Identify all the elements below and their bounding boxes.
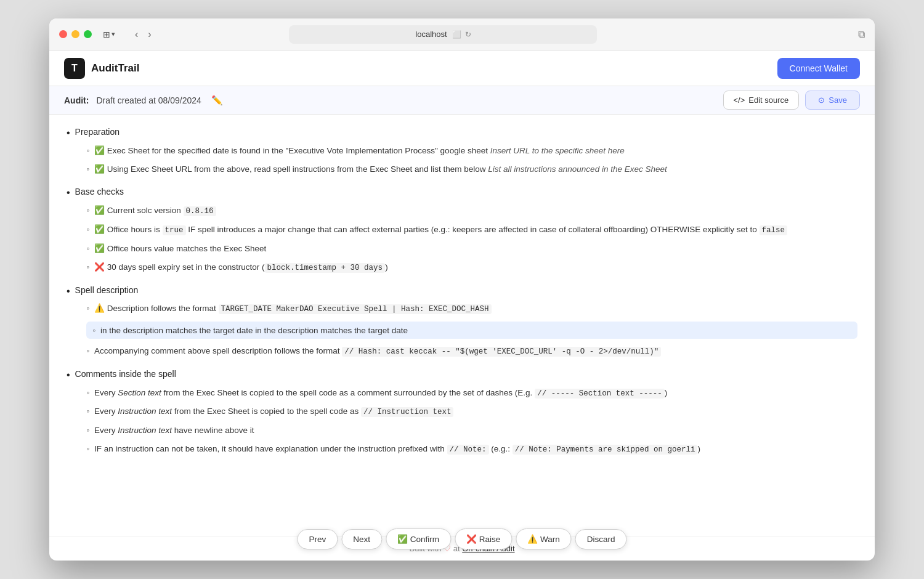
app-header: T AuditTrail Connect Wallet [49,51,875,86]
list-item: ✅ Office hours value matches the Exec Sh… [86,243,857,255]
traffic-lights [59,30,92,38]
list-item: ✅ Office hours is true IF spell introduc… [86,224,857,237]
main-content: Preparation ✅ Exec Sheet for the specifi… [49,115,875,536]
section-base-checks: Base checks ✅ Current solc version 0.8.1… [67,187,857,273]
spell-description-list: ⚠️ Description follows the format TARGET… [86,302,857,315]
address-bar[interactable]: localhost ⬜ ↻ [289,25,597,44]
list-item: ❌ 30 days spell expiry set in the constr… [86,261,857,274]
save-circle-icon: ⊙ [818,95,825,105]
minimize-traffic-light[interactable] [71,30,79,38]
preparation-list: ✅ Exec Sheet for the specified date is f… [86,145,857,176]
next-button[interactable]: Next [341,529,382,549]
list-item: Every Instruction text have newline abov… [86,424,857,437]
back-button[interactable]: ‹ [131,26,142,43]
logo-area: T AuditTrail [64,58,139,79]
footer-toolbar: Prev Next ✅ Confirm ❌ Raise ⚠️ Warn Disc… [297,528,626,549]
spell-description-extra-list: Accompanying comment above spell descrip… [86,345,857,358]
list-item: ✅ Using Exec Sheet URL from the above, r… [86,163,857,176]
close-traffic-light[interactable] [59,30,67,38]
sidebar-icon: ⊞ [103,30,110,39]
audit-label: Audit: [64,95,89,105]
audit-bar-actions: </> Edit source ⊙ Save [723,91,860,110]
refresh-icon: ↻ [465,30,471,39]
save-button[interactable]: ⊙ Save [805,91,860,110]
window-copy-icon: ⧉ [858,29,865,40]
list-item: Every Instruction text from the Exec She… [86,405,857,418]
section-title-spell-description: Spell description [67,285,857,298]
nav-controls: ‹ › [131,26,155,43]
logo-letter: T [71,63,78,74]
code-icon: </> [734,95,745,105]
section-preparation: Preparation ✅ Exec Sheet for the specifi… [67,127,857,176]
fullscreen-traffic-light[interactable] [84,30,92,38]
section-title-base-checks: Base checks [67,187,857,200]
audit-draft-text: Draft created at 08/09/2024 [96,95,201,105]
address-bar-icons: ⬜ ↻ [452,30,471,39]
share-icon: ⬜ [452,30,461,39]
connect-wallet-button[interactable]: Connect Wallet [777,58,860,79]
list-item: IF an instruction can not be taken, it s… [86,443,857,456]
base-checks-list: ✅ Current solc version 0.8.16 ✅ Office h… [86,204,857,274]
list-item: ✅ Current solc version 0.8.16 [86,204,857,217]
warn-button[interactable]: ⚠️ Warn [516,528,572,549]
audit-bar: Audit: Draft created at 08/09/2024 ✏️ </… [49,86,875,115]
list-item: Every Section text from the Exec Sheet i… [86,387,857,400]
sidebar-toggle-button[interactable]: ⊞ ▾ [99,27,119,42]
section-title-comments: Comments inside the spell [67,369,857,382]
sidebar-chevron-icon: ▾ [111,30,115,38]
list-item: ⚠️ Description follows the format TARGET… [86,302,857,315]
comments-list: Every Section text from the Exec Sheet i… [86,387,857,456]
highlighted-item: in the description matches the target da… [86,322,857,339]
raise-button[interactable]: ❌ Raise [455,528,512,549]
edit-draft-button[interactable]: ✏️ [209,94,225,107]
section-title-preparation: Preparation [67,127,857,140]
list-item: ✅ Exec Sheet for the specified date is f… [86,145,857,157]
confirm-button[interactable]: ✅ Confirm [386,528,451,549]
section-spell-description: Spell description ⚠️ Description follows… [67,285,857,358]
url-text: localhost [415,30,447,39]
list-item: Accompanying comment above spell descrip… [86,345,857,358]
forward-button[interactable]: › [144,26,155,43]
section-comments-inside: Comments inside the spell Every Section … [67,369,857,456]
edit-source-button[interactable]: </> Edit source [723,91,800,110]
titlebar: ⊞ ▾ ‹ › localhost ⬜ ↻ ⧉ [49,18,875,51]
app-name: AuditTrail [91,62,139,75]
app-logo: T [64,58,85,79]
prev-button[interactable]: Prev [297,529,338,549]
discard-button[interactable]: Discard [575,529,627,549]
